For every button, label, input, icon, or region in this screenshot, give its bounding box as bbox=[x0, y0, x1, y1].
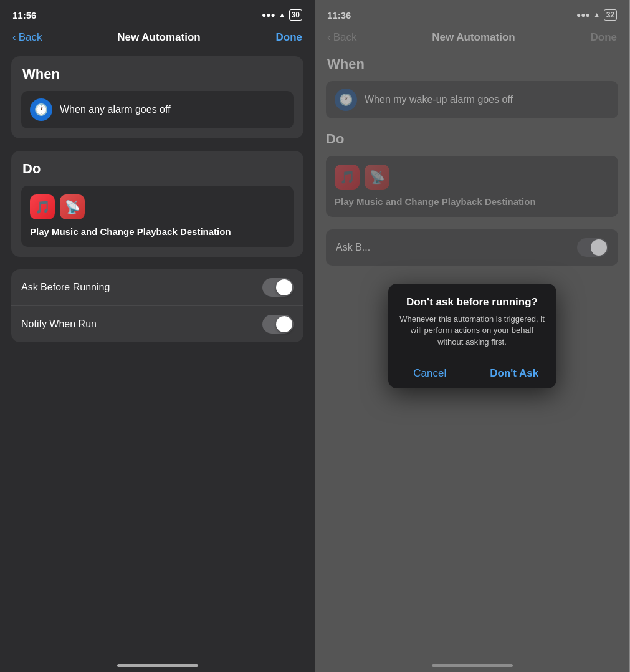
when-section-title: When bbox=[21, 66, 294, 82]
notify-when-run-knob bbox=[276, 316, 292, 332]
left-home-indicator bbox=[117, 664, 198, 667]
ask-before-running-toggle[interactable] bbox=[262, 278, 294, 297]
dialog-dont-ask-button[interactable]: Don't Ask bbox=[472, 358, 556, 388]
left-wifi-icon: ▲ bbox=[279, 11, 286, 19]
ask-before-running-label: Ask Before Running bbox=[21, 282, 110, 293]
airplay-app-icon: 📡 bbox=[60, 194, 85, 219]
left-content: When 🕐 When any alarm goes off Do 🎵 📡 Pl… bbox=[0, 50, 315, 348]
notify-when-run-label: Notify When Run bbox=[21, 319, 97, 330]
left-done-button[interactable]: Done bbox=[275, 31, 302, 44]
dialog-cancel-button[interactable]: Cancel bbox=[388, 358, 473, 388]
action-title: Play Music and Change Playback Destinati… bbox=[30, 226, 285, 238]
right-phone-panel: 11:36 ●●● ▲ 32 ‹ Back New Automation Don… bbox=[315, 0, 629, 672]
left-nav-title: New Automation bbox=[117, 31, 200, 44]
dialog-buttons: Cancel Don't Ask bbox=[388, 358, 556, 388]
music-app-icon: 🎵 bbox=[30, 194, 55, 219]
left-phone-panel: 11:56 ●●● ▲ 30 ‹ Back New Automation Don… bbox=[0, 0, 315, 672]
left-battery: 30 bbox=[289, 9, 302, 21]
dont-ask-dialog: Don't ask before running? Whenever this … bbox=[388, 284, 556, 388]
clock-icon: 🕐 bbox=[30, 98, 52, 121]
when-trigger-label: When any alarm goes off bbox=[60, 104, 171, 115]
dialog-title: Don't ask before running? bbox=[398, 296, 546, 309]
when-trigger-row[interactable]: 🕐 When any alarm goes off bbox=[21, 91, 294, 128]
dialog-body: Don't ask before running? Whenever this … bbox=[388, 284, 556, 358]
left-back-chevron-icon: ‹ bbox=[12, 31, 16, 44]
app-icons-row: 🎵 📡 bbox=[30, 194, 285, 219]
ask-before-running-knob bbox=[276, 279, 292, 295]
do-section-title: Do bbox=[21, 161, 294, 177]
left-signal-icon: ●●● bbox=[262, 11, 275, 19]
left-status-bar: 11:56 ●●● ▲ 30 bbox=[0, 0, 315, 27]
toggles-card: Ask Before Running Notify When Run bbox=[11, 269, 303, 342]
left-back-label: Back bbox=[19, 31, 42, 44]
left-status-icons: ●●● ▲ 30 bbox=[262, 9, 302, 21]
notify-when-run-toggle[interactable] bbox=[262, 315, 294, 334]
left-nav-bar: ‹ Back New Automation Done bbox=[0, 27, 315, 50]
left-status-time: 11:56 bbox=[12, 10, 36, 21]
dialog-overlay: Don't ask before running? Whenever this … bbox=[315, 0, 629, 672]
when-section: When 🕐 When any alarm goes off bbox=[11, 56, 303, 138]
notify-when-run-row[interactable]: Notify When Run bbox=[11, 306, 303, 342]
do-section: Do 🎵 📡 Play Music and Change Playback De… bbox=[11, 151, 303, 257]
ask-before-running-row[interactable]: Ask Before Running bbox=[11, 269, 303, 306]
action-card[interactable]: 🎵 📡 Play Music and Change Playback Desti… bbox=[21, 186, 294, 247]
dialog-message: Whenever this automation is triggered, i… bbox=[398, 314, 546, 348]
left-back-button[interactable]: ‹ Back bbox=[12, 31, 42, 44]
